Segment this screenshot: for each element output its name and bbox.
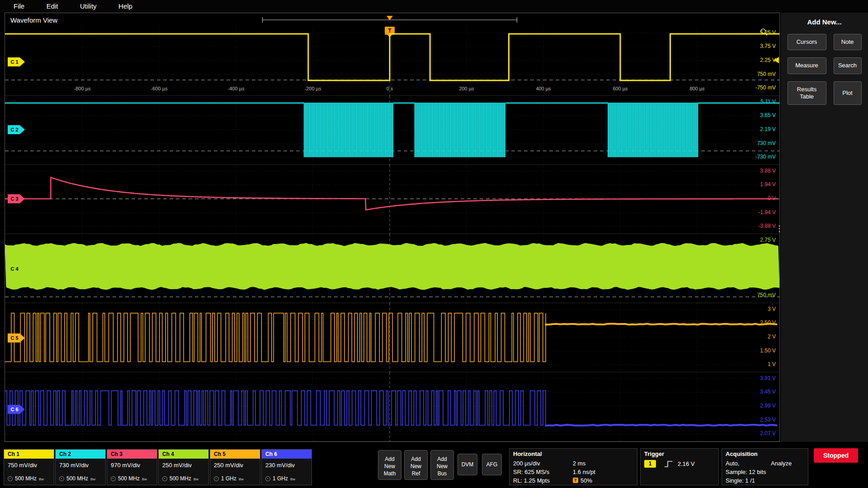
trigger-source-badge: 1 — [644, 460, 656, 468]
trigger-position-arrow[interactable] — [387, 16, 393, 20]
record-length: RL: 1.25 Mpts — [513, 477, 550, 484]
trigger-title: Trigger — [644, 450, 664, 457]
add-note-button[interactable]: Note — [834, 34, 862, 50]
scale-label: 1.75 V — [742, 264, 776, 271]
scale-label: 750 mV — [742, 292, 776, 298]
menu-bar: File Edit Utility Help — [0, 0, 868, 13]
waveform-view: Waveform View T 5.25 V3.75 V2.25 V750 mV… — [5, 13, 780, 442]
channel-badge-6[interactable]: Ch 6230 mV/div1 GHzBw — [261, 449, 312, 485]
channel-badge-5[interactable]: Ch 5250 mV/div1 GHzBw — [210, 449, 260, 485]
acquisition-sample-bits: Sample: 12 bits — [726, 469, 766, 475]
trigger-panel[interactable]: Trigger 1 2.16 V — [640, 448, 719, 485]
channel-bandwidth-row: 500 MHzBw — [59, 475, 95, 482]
bandwidth-value: 500 MHz — [170, 475, 191, 482]
channel-scale-value: 750 mV/div — [4, 459, 54, 469]
probe-icon — [214, 476, 219, 481]
menu-file[interactable]: File — [14, 2, 24, 10]
time-axis-label: 800 µs — [679, 86, 715, 91]
channel-badge-3[interactable]: Ch 3970 mV/div500 MHzBw — [107, 449, 157, 485]
scale-label: 2.99 V — [742, 403, 776, 409]
time-axis-label: -400 µs — [218, 86, 254, 91]
acquisition-panel[interactable]: Acquisition Auto, Analyze Sample: 12 bit… — [722, 448, 808, 485]
time-axis-label: -600 µs — [141, 86, 177, 91]
scale-label: 3.45 V — [742, 389, 776, 395]
probe-icon — [265, 476, 270, 481]
waveform-view-header: Waveform View — [5, 13, 779, 27]
channel-badge-2[interactable]: Ch 2730 mV/div500 MHzBw — [55, 449, 106, 485]
probe-icon — [59, 476, 64, 481]
acquisition-status-stopped[interactable]: Stopped — [814, 448, 858, 463]
time-axis-label: 0 s — [372, 86, 408, 91]
bandwidth-value: 1 GHz — [221, 475, 236, 482]
channel-badge-name: Ch 1 — [4, 450, 54, 459]
channel-badge-4[interactable]: Ch 4250 mV/div500 MHzBw — [158, 449, 209, 485]
scale-label: 2.75 V — [742, 237, 776, 243]
trigger-position-percent: 50% — [580, 477, 592, 484]
horizontal-panel[interactable]: Horizontal 200 µs/div 2 ms SR: 625 MS/s … — [509, 448, 637, 485]
scale-label: -1.94 V — [742, 209, 776, 216]
add-measure-button[interactable]: Measure — [788, 57, 826, 74]
waveform-trace-canvas-3 — [5, 165, 779, 234]
scale-label: 2.25 V — [742, 57, 776, 63]
time-axis-label: 600 µs — [602, 86, 638, 91]
horizontal-scale: 200 µs/div — [513, 460, 540, 467]
bandwidth-value: 500 MHz — [118, 475, 140, 482]
sample-interval: 1.6 ns/pt — [573, 469, 595, 475]
add-plot-button[interactable]: Plot — [834, 81, 862, 105]
dvm-button[interactable]: DVM — [458, 454, 477, 475]
scale-label: 1.25 V — [742, 278, 776, 285]
afg-button[interactable]: AFG — [482, 454, 502, 475]
horizontal-title: Horizontal — [513, 450, 542, 457]
time-axis-label: -800 µs — [64, 86, 100, 91]
channel-badge-1[interactable]: Ch 1750 mV/div500 MHzBw — [4, 449, 54, 485]
bandwidth-suffix: Bw — [239, 477, 244, 482]
add-new-title: Add New... — [781, 18, 868, 26]
scale-label: 2.19 V — [742, 126, 776, 132]
bottom-bar: Ch 1750 mV/div500 MHzBwCh 2730 mV/div500… — [0, 446, 868, 488]
scale-label: -730 mV — [742, 154, 776, 160]
menu-edit[interactable]: Edit — [47, 2, 58, 10]
channel-slice-1: 5.25 V3.75 V2.25 V750 mV-750 mVC 1-800 µ… — [5, 27, 779, 96]
probe-icon — [162, 476, 167, 481]
channel-scale-value: 230 mV/div — [262, 459, 311, 469]
add-new-grid: Cursors Note Measure Search Results Tabl… — [781, 34, 868, 105]
add-new-bus-button[interactable]: Add New Bus — [430, 450, 454, 480]
bandwidth-suffix: Bw — [142, 477, 147, 482]
channel-badge-name: Ch 2 — [56, 450, 105, 459]
add-results-table-button[interactable]: Results Table — [788, 81, 826, 105]
scale-label: 0 V — [742, 195, 776, 202]
scale-label: 2.07 V — [742, 430, 776, 436]
waveform-trace-canvas-6 — [5, 372, 779, 441]
acquisition-single-count: Single: 1 /1 — [726, 477, 755, 484]
scale-label: 2 V — [742, 333, 776, 340]
trigger-position-icon: T — [573, 478, 578, 483]
channel-scale-value: 970 mV/div — [107, 459, 157, 469]
scale-label: 3.88 V — [742, 168, 776, 174]
acquisition-mode: Auto, — [726, 460, 739, 467]
channel-badge-name: Ch 3 — [107, 450, 157, 459]
scale-label: 1.50 V — [742, 347, 776, 354]
channel-badge-name: Ch 5 — [210, 450, 260, 459]
menu-help[interactable]: Help — [118, 2, 132, 10]
horizontal-record-duration: 2 ms — [573, 460, 585, 467]
scale-label: 1.94 V — [742, 181, 776, 188]
add-new-math-button[interactable]: Add New Math — [378, 450, 401, 480]
waveform-trace-canvas-5 — [5, 303, 779, 372]
add-cursors-button[interactable]: Cursors — [788, 34, 826, 50]
bandwidth-suffix: Bw — [193, 477, 198, 482]
time-axis-label: -200 µs — [295, 86, 331, 91]
add-search-button[interactable]: Search — [834, 57, 862, 74]
scale-label: 3 V — [742, 306, 776, 312]
channel-bandwidth-row: 1 GHzBw — [214, 475, 244, 482]
scale-label: 5.11 V — [742, 99, 776, 105]
menu-utility[interactable]: Utility — [80, 2, 97, 10]
scale-label: 3.91 V — [742, 375, 776, 381]
add-new-ref-button[interactable]: Add New Ref — [404, 450, 428, 480]
trigger-slope-icon — [664, 460, 673, 468]
channel-bandwidth-row: 1 GHzBw — [265, 475, 295, 482]
scale-label: 5.25 V — [742, 29, 776, 36]
channel-bandwidth-row: 500 MHzBw — [8, 475, 44, 482]
channel-scale-value: 250 mV/div — [159, 459, 208, 469]
scale-label: 2.25 V — [742, 250, 776, 257]
bandwidth-value: 500 MHz — [15, 475, 37, 482]
